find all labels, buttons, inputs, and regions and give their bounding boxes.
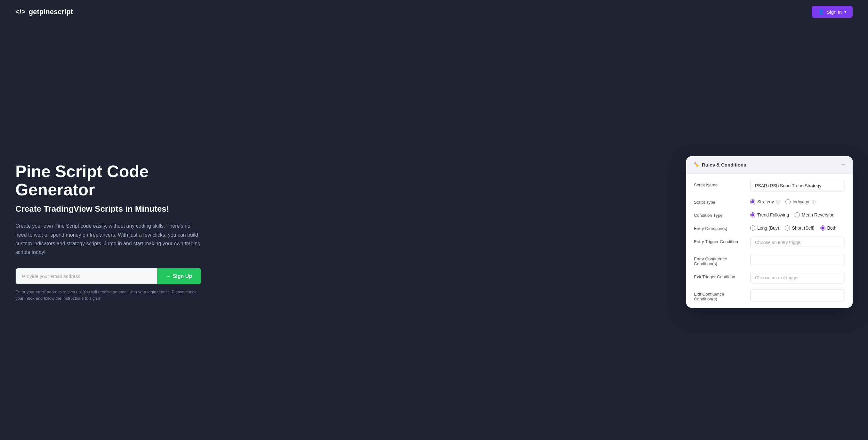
- condition-trend-label: Trend Following: [757, 212, 789, 217]
- entry-trigger-row: Entry Trigger Condition Choose an entry …: [694, 237, 845, 248]
- chevron-down-icon: ▾: [844, 9, 846, 14]
- form-title-text: Rules & Conditions: [702, 162, 746, 168]
- script-type-indicator-label: Indicator: [793, 199, 810, 204]
- condition-trend-item[interactable]: Trend Following: [750, 212, 789, 217]
- script-type-strategy-radio[interactable]: [750, 199, 755, 204]
- navbar: </> getpinescript 👤 Sign In ▾: [0, 0, 868, 24]
- minimize-button[interactable]: −: [841, 162, 845, 168]
- logo-text: getpinescript: [29, 8, 73, 16]
- script-name-row: Script Name: [694, 180, 845, 192]
- condition-type-label: Condition Type: [694, 210, 745, 218]
- condition-mean-radio[interactable]: [795, 212, 800, 217]
- entry-direction-row: Entry Direction(s) Long (Buy) Short (Sel…: [694, 224, 845, 231]
- direction-short-item[interactable]: Short (Sell): [785, 226, 814, 231]
- script-name-control: [750, 180, 845, 192]
- signup-button[interactable]: → Sign Up: [157, 268, 201, 284]
- entry-direction-radio-group: Long (Buy) Short (Sell) Both: [750, 224, 845, 231]
- script-type-indicator-radio[interactable]: [785, 199, 790, 204]
- entry-trigger-control: Choose an entry trigger: [750, 237, 845, 248]
- entry-confluence-input[interactable]: [750, 254, 845, 266]
- email-signup-form: → Sign Up: [16, 268, 201, 284]
- direction-long-item[interactable]: Long (Buy): [750, 226, 779, 231]
- exit-trigger-select[interactable]: Choose an exit trigger: [750, 272, 845, 284]
- form-card: ✏️ Rules & Conditions − Script Name Scri…: [686, 156, 852, 308]
- direction-both-item[interactable]: Both: [820, 226, 837, 231]
- direction-short-label: Short (Sell): [792, 226, 814, 231]
- condition-type-row: Condition Type Trend Following Mean Reve…: [694, 210, 845, 218]
- script-type-strategy-item[interactable]: Strategy ⓘ: [750, 199, 780, 205]
- direction-both-radio[interactable]: [820, 226, 826, 231]
- form-body: Script Name Script Type Strategy ⓘ: [686, 174, 852, 308]
- script-type-indicator-item[interactable]: Indicator ⓘ: [785, 199, 815, 205]
- condition-mean-item[interactable]: Mean Reversion: [795, 212, 834, 217]
- sign-in-button[interactable]: 👤 Sign In ▾: [812, 6, 852, 18]
- exit-trigger-control: Choose an exit trigger: [750, 272, 845, 284]
- sign-in-label: Sign In: [827, 9, 842, 15]
- condition-type-control: Trend Following Mean Reversion: [750, 210, 845, 217]
- condition-mean-label: Mean Reversion: [802, 212, 834, 217]
- signup-hint: Enter your email address to sign up. You…: [16, 289, 201, 301]
- right-panel: ✏️ Rules & Conditions − Script Name Scri…: [686, 156, 852, 308]
- email-input[interactable]: [16, 268, 157, 284]
- script-type-control: Strategy ⓘ Indicator ⓘ: [750, 197, 845, 205]
- user-icon: 👤: [818, 9, 824, 15]
- direction-long-label: Long (Buy): [757, 226, 779, 231]
- entry-confluence-row: Entry Confluence Condition(s): [694, 254, 845, 266]
- indicator-help-icon[interactable]: ⓘ: [812, 199, 815, 205]
- script-type-row: Script Type Strategy ⓘ Indicator: [694, 197, 845, 205]
- direction-long-radio[interactable]: [750, 226, 755, 231]
- script-type-radio-group: Strategy ⓘ Indicator ⓘ: [750, 197, 845, 205]
- hero-title: Pine Script Code Generator: [16, 163, 201, 199]
- script-type-strategy-label: Strategy: [757, 199, 774, 204]
- form-header-title: ✏️ Rules & Conditions: [694, 162, 746, 168]
- script-type-label: Script Type: [694, 197, 745, 205]
- entry-confluence-label: Entry Confluence Condition(s): [694, 254, 745, 266]
- logo-link[interactable]: </> getpinescript: [16, 8, 73, 16]
- script-name-input[interactable]: [750, 180, 845, 192]
- direction-both-label: Both: [827, 226, 837, 231]
- direction-short-radio[interactable]: [785, 226, 790, 231]
- condition-type-radio-group: Trend Following Mean Reversion: [750, 210, 845, 217]
- hero-subtitle: Create TradingView Scripts in Minutes!: [16, 204, 201, 214]
- entry-direction-control: Long (Buy) Short (Sell) Both: [750, 224, 845, 231]
- exit-confluence-row: Exit Confluence Condition(s): [694, 289, 845, 301]
- main-content: Pine Script Code Generator Create Tradin…: [0, 24, 868, 440]
- exit-confluence-control: [750, 289, 845, 301]
- entry-trigger-label: Entry Trigger Condition: [694, 237, 745, 244]
- hero-description: Create your own Pine Script code easily,…: [16, 222, 201, 257]
- pencil-icon: ✏️: [694, 162, 699, 167]
- condition-trend-radio[interactable]: [750, 212, 755, 217]
- signup-label: → Sign Up: [166, 273, 192, 279]
- exit-trigger-label: Exit Trigger Condition: [694, 272, 745, 279]
- entry-trigger-select[interactable]: Choose an entry trigger: [750, 237, 845, 248]
- form-header: ✏️ Rules & Conditions −: [686, 156, 852, 174]
- script-name-label: Script Name: [694, 180, 745, 187]
- strategy-help-icon[interactable]: ⓘ: [776, 199, 780, 205]
- entry-direction-label: Entry Direction(s): [694, 224, 745, 231]
- logo-icon: </>: [16, 8, 26, 16]
- left-panel: Pine Script Code Generator Create Tradin…: [16, 163, 201, 301]
- exit-confluence-label: Exit Confluence Condition(s): [694, 289, 745, 301]
- exit-trigger-row: Exit Trigger Condition Choose an exit tr…: [694, 272, 845, 284]
- entry-confluence-control: [750, 254, 845, 266]
- exit-confluence-input[interactable]: [750, 289, 845, 301]
